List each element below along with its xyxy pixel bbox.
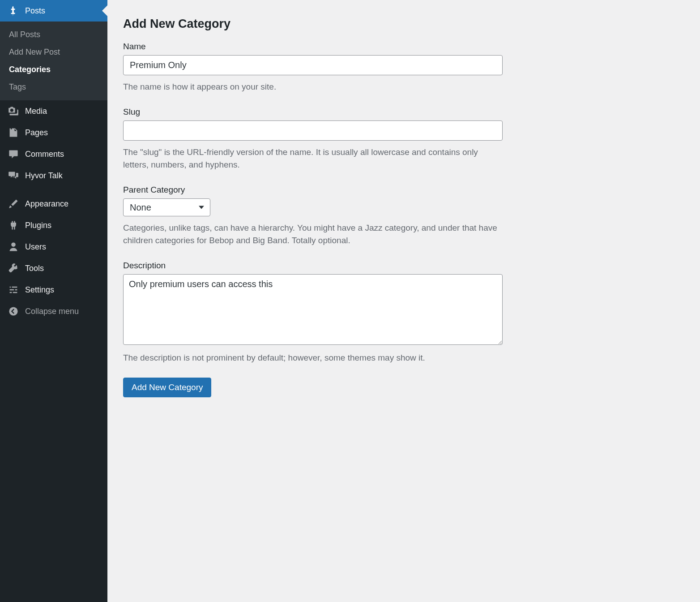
sidebar-item-media[interactable]: Media xyxy=(0,100,107,122)
sidebar-item-label: Appearance xyxy=(25,199,68,209)
slug-input[interactable] xyxy=(123,120,503,141)
sidebar-item-label: Pages xyxy=(25,128,48,138)
sidebar-item-label: Users xyxy=(25,242,46,252)
slug-field: Slug The "slug" is the URL-friendly vers… xyxy=(123,107,684,172)
sliders-icon xyxy=(8,284,19,295)
submenu-item-all-posts[interactable]: All Posts xyxy=(0,26,107,43)
pin-icon xyxy=(8,5,19,16)
sidebar-item-pages[interactable]: Pages xyxy=(0,122,107,143)
name-label: Name xyxy=(123,42,684,52)
chat-icon xyxy=(8,170,19,181)
sidebar-item-label: Settings xyxy=(25,285,54,295)
svg-point-0 xyxy=(9,307,17,315)
name-input[interactable] xyxy=(123,55,503,75)
name-field: Name The name is how it appears on your … xyxy=(123,42,684,94)
media-icon xyxy=(8,106,19,116)
sidebar-item-hyvor-talk[interactable]: Hyvor Talk xyxy=(0,165,107,186)
brush-icon xyxy=(8,198,19,209)
sidebar-item-settings[interactable]: Settings xyxy=(0,279,107,301)
sidebar-item-tools[interactable]: Tools xyxy=(0,258,107,279)
submenu-item-tags[interactable]: Tags xyxy=(0,78,107,96)
sidebar-item-plugins[interactable]: Plugins xyxy=(0,215,107,236)
parent-category-field: Parent Category None Categories, unlike … xyxy=(123,185,684,247)
pages-icon xyxy=(8,127,19,138)
slug-label: Slug xyxy=(123,107,684,117)
description-label: Description xyxy=(123,261,684,271)
sidebar-item-label: Collapse menu xyxy=(25,307,79,316)
sidebar-item-label: Comments xyxy=(25,150,64,159)
posts-submenu: All Posts Add New Post Categories Tags xyxy=(0,22,107,100)
admin-sidebar: Posts All Posts Add New Post Categories … xyxy=(0,0,107,602)
add-new-category-button[interactable]: Add New Category xyxy=(123,378,211,397)
parent-category-select[interactable]: None xyxy=(123,198,210,216)
sidebar-item-label: Plugins xyxy=(25,221,51,230)
sidebar-item-users[interactable]: Users xyxy=(0,236,107,258)
page-title: Add New Category xyxy=(123,17,684,31)
submenu-item-categories[interactable]: Categories xyxy=(0,61,107,78)
sidebar-item-label: Tools xyxy=(25,264,44,273)
sidebar-item-label: Posts xyxy=(25,6,45,16)
main-content: Add New Category Name The name is how it… xyxy=(107,0,700,602)
plug-icon xyxy=(8,220,19,231)
description-help-text: The description is not prominent by defa… xyxy=(123,352,503,365)
sidebar-item-posts[interactable]: Posts xyxy=(0,0,107,22)
description-textarea[interactable] xyxy=(123,274,503,345)
parent-category-label: Parent Category xyxy=(123,185,684,195)
sidebar-item-label: Hyvor Talk xyxy=(25,171,63,181)
description-field: Description The description is not promi… xyxy=(123,261,684,365)
parent-category-help-text: Categories, unlike tags, can have a hier… xyxy=(123,222,503,247)
collapse-icon xyxy=(8,306,19,317)
sidebar-item-comments[interactable]: Comments xyxy=(0,143,107,165)
slug-help-text: The "slug" is the URL-friendly version o… xyxy=(123,146,503,172)
submenu-item-add-new-post[interactable]: Add New Post xyxy=(0,43,107,61)
user-icon xyxy=(8,241,19,252)
name-help-text: The name is how it appears on your site. xyxy=(123,81,503,94)
wrench-icon xyxy=(8,263,19,274)
sidebar-collapse-menu[interactable]: Collapse menu xyxy=(0,301,107,322)
sidebar-item-appearance[interactable]: Appearance xyxy=(0,193,107,215)
sidebar-item-label: Media xyxy=(25,107,47,116)
comment-icon xyxy=(8,149,19,159)
